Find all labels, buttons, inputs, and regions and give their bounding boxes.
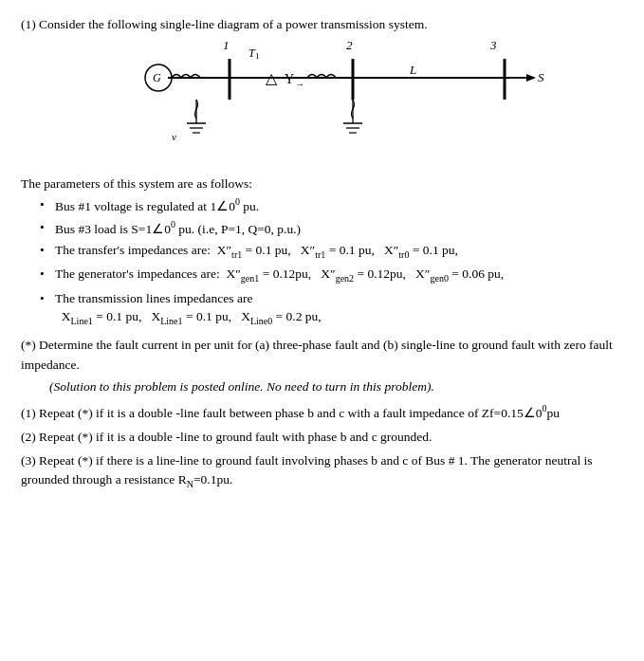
circuit-diagram: 1 2 3 T 1 L S G △ bbox=[83, 38, 557, 171]
svg-text:→: → bbox=[295, 79, 304, 89]
question-star-text: (*) Determine the fault current in per u… bbox=[21, 336, 617, 375]
svg-text:1: 1 bbox=[223, 38, 230, 52]
question-star-block: (*) Determine the fault current in per u… bbox=[21, 336, 617, 396]
repeat-2: (2) Repeat (*) if it is a double -line t… bbox=[21, 428, 617, 447]
solution-note: (Solution to this problem is posted onli… bbox=[49, 377, 617, 396]
bullet-4: The generator's impedances are: X″gen1 =… bbox=[40, 265, 617, 285]
repeat-1: (1) Repeat (*) if it is a double -line f… bbox=[21, 401, 617, 423]
svg-text:L: L bbox=[409, 63, 416, 77]
bullet-5: The transmission lines impedances are XL… bbox=[40, 289, 617, 329]
bullet-2: Bus #3 load is S=1∠00 pu. (i.e, P=1, Q=0… bbox=[40, 218, 617, 238]
parameter-list: Bus #1 voltage is regulated at 1∠00 pu. … bbox=[40, 195, 617, 328]
svg-text:G: G bbox=[153, 71, 161, 84]
svg-text:Y: Y bbox=[285, 72, 294, 86]
bullet-1: Bus #1 voltage is regulated at 1∠00 pu. bbox=[40, 195, 617, 215]
svg-marker-11 bbox=[526, 74, 536, 82]
svg-text:S: S bbox=[538, 70, 544, 84]
svg-text:2: 2 bbox=[346, 38, 353, 52]
page-content: (1) Consider the following single-line d… bbox=[21, 17, 617, 491]
params-intro: The parameters of this system are as fol… bbox=[21, 176, 617, 192]
svg-text:v: v bbox=[172, 131, 176, 142]
svg-text:3: 3 bbox=[489, 38, 497, 52]
svg-text:1: 1 bbox=[255, 51, 260, 61]
bullet-3: The transfer's impedances are: X″tr1 = 0… bbox=[40, 241, 617, 262]
repeat-3: (3) Repeat (*) if there is a line-line t… bbox=[21, 451, 617, 491]
intro-text: (1) Consider the following single-line d… bbox=[21, 17, 617, 32]
svg-text:△: △ bbox=[266, 70, 278, 86]
